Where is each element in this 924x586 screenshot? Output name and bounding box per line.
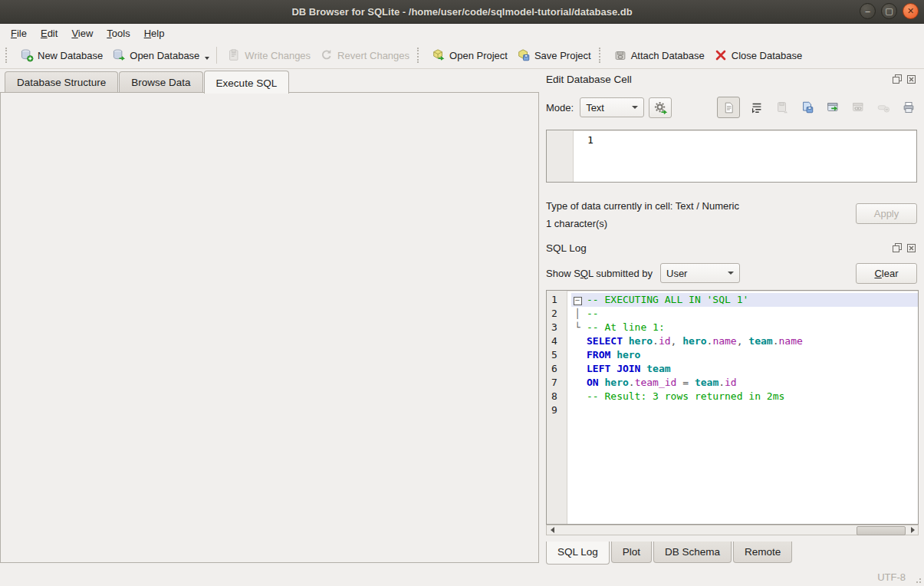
cell-mode-row: Mode: Text [546,96,917,119]
close-panel-icon[interactable] [906,242,917,254]
main-content: Database StructureBrowse DataExecute SQL [0,68,924,568]
fold-margin: └ [571,321,584,334]
chevron-down-icon [728,272,734,275]
tab-execute-sql[interactable]: Execute SQL [204,71,290,94]
fold-margin [571,390,584,403]
horizontal-scrollbar[interactable] [546,525,919,535]
line-number-gutter [547,130,574,182]
fold-margin: │ [571,307,584,321]
save-as-file-icon[interactable] [799,99,816,116]
apply-button[interactable]: Apply [856,203,917,224]
word-wrap-icon[interactable] [748,99,765,116]
line-number: 2 [547,307,571,321]
scroll-left-icon[interactable] [547,525,557,535]
submitted-by-select[interactable]: User [660,263,740,283]
new-database-button[interactable]: New Database [15,46,107,64]
menu-view[interactable]: View [64,25,100,41]
new-database-icon [20,48,34,62]
line-number: 9 [547,403,571,417]
line-number: 5 [547,348,571,362]
edit-cell-header: Edit Database Cell [546,71,917,87]
line-number: 8 [547,390,571,403]
right-dock: Edit Database Cell Mode: Text [540,68,924,568]
toolbar-drag-handle[interactable] [417,48,423,63]
menu-tools[interactable]: Tools [100,25,136,41]
encoding-indicator[interactable]: UTF-8 [877,571,906,583]
open-project-button[interactable]: Open Project [427,46,512,64]
sql-log-view[interactable]: 1–-- EXECUTING ALL IN 'SQL 1'2│--3└-- At… [546,290,919,525]
maximize-button[interactable]: ▢ [881,3,897,19]
line-number: 7 [547,376,571,390]
cell-char-count: 1 character(s) [546,215,822,232]
tab-browse-data[interactable]: Browse Data [119,71,202,93]
line-number: 3 [547,321,571,334]
text-document-icon[interactable] [717,97,740,118]
menu-edit[interactable]: Edit [34,25,64,41]
main-tab-bar: Database StructureBrowse DataExecute SQL [5,70,290,93]
execute-sql-pane [0,92,539,563]
float-panel-icon[interactable] [891,242,903,254]
dock-tab-db-schema[interactable]: DB Schema [653,542,732,563]
set-null-icon[interactable] [875,99,892,116]
fold-margin [571,348,584,362]
toolbar-drag-handle[interactable] [599,48,604,63]
revert-changes-button[interactable]: Revert Changes [315,46,414,64]
log-line: 1–-- EXECUTING ALL IN 'SQL 1' [547,293,918,307]
gear-apply-icon [653,100,668,115]
fold-margin [571,376,584,390]
attach-database-icon [613,48,627,62]
print-icon[interactable] [900,99,917,116]
edit-cell-title: Edit Database Cell [546,74,891,85]
mode-label: Mode: [546,102,574,114]
scrollbar-thumb[interactable] [857,526,906,535]
revert-changes-icon [320,48,334,62]
mode-select[interactable]: Text [580,97,644,117]
write-changes-button[interactable]: Write Changes [222,46,315,64]
dock-tab-plot[interactable]: Plot [611,542,652,563]
open-database-button[interactable]: Open Database [107,46,204,64]
filter-label: Show SQL submitted by [546,268,653,279]
fold-marker-icon[interactable]: – [571,293,584,307]
menu-help[interactable]: Help [137,25,172,41]
scrollbar-track[interactable] [557,525,907,535]
close-button[interactable]: ✕ [903,3,919,19]
open-database-dropdown[interactable] [205,57,209,60]
fold-margin [571,362,584,376]
log-line: 4SELECT hero.id, hero.name, team.name [547,334,918,348]
import-file-icon[interactable] [774,99,791,116]
save-project-button[interactable]: Save Project [512,46,596,64]
sql-log-title: SQL Log [546,242,891,254]
menu-bar: File Edit View Tools Help [0,24,924,42]
minimize-button[interactable]: – [860,3,876,19]
clear-button[interactable]: Clear [856,263,917,284]
log-line: 5FROM hero [547,348,918,362]
sql-log-header: SQL Log [546,240,917,255]
link-icon[interactable] [850,99,866,116]
scroll-right-icon[interactable] [907,525,918,535]
window-controls: – ▢ ✕ [860,3,919,19]
resize-grip-icon[interactable] [912,574,922,584]
log-line: 9 [547,403,918,417]
menu-file[interactable]: File [4,25,34,41]
line-number: 1 [547,293,571,307]
dock-tab-sql-log[interactable]: SQL Log [546,542,610,565]
cell-type-text: Type of data currently in cell: Text / N… [546,197,822,215]
tab-database-structure[interactable]: Database Structure [5,71,118,93]
toolbar-separator [216,47,217,64]
log-line: 2│-- [547,307,918,321]
open-external-icon[interactable] [824,99,841,116]
title-bar[interactable]: DB Browser for SQLite - /home/user/code/… [0,0,924,24]
apply-mode-button[interactable] [649,97,672,118]
chevron-down-icon [632,106,638,109]
fold-margin [571,403,584,417]
line-number: 4 [547,334,571,348]
close-panel-icon[interactable] [906,74,917,85]
dock-tab-remote[interactable]: Remote [733,542,792,563]
float-panel-icon[interactable] [891,74,903,85]
cell-type-info: Type of data currently in cell: Text / N… [546,197,822,232]
cell-value-editor[interactable]: 1 1 [546,130,917,183]
attach-database-button[interactable]: Attach Database [609,46,709,64]
toolbar-drag-handle[interactable] [5,48,11,63]
close-database-button[interactable]: Close Database [709,46,807,64]
open-project-icon [432,48,446,62]
